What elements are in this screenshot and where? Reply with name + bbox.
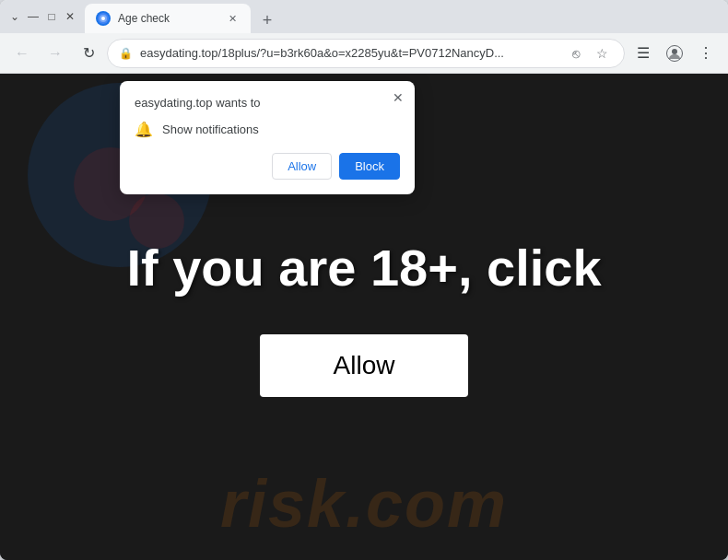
profile-button[interactable] xyxy=(660,39,689,68)
maximize-button[interactable]: □ xyxy=(44,9,59,24)
tab-favicon xyxy=(96,11,111,26)
active-tab[interactable]: Age check ✕ xyxy=(85,4,251,33)
popup-block-button[interactable]: Block xyxy=(339,153,400,180)
popup-allow-button[interactable]: Allow xyxy=(272,153,332,180)
menu-button[interactable]: ⋮ xyxy=(691,39,721,68)
new-tab-button[interactable]: + xyxy=(254,7,280,33)
watermark-text: risk.com xyxy=(220,466,508,542)
tabs-bar: Age check ✕ + xyxy=(85,0,721,33)
notification-popup: ✕ easydating.top wants to 🔔 Show notific… xyxy=(120,81,415,194)
title-bar: ⌄ — □ ✕ Age check ✕ + xyxy=(0,0,728,33)
refresh-button[interactable]: ↻ xyxy=(74,39,103,68)
forward-button[interactable]: → xyxy=(41,39,70,68)
popup-permission-row: 🔔 Show notifications xyxy=(135,121,400,138)
address-text: easydating.top/18plus/?u=b3rk60a&o=x2285… xyxy=(140,46,558,60)
content-area: If you are 18+, click Allow risk.com ✕ e… xyxy=(0,74,728,560)
bell-icon: 🔔 xyxy=(135,121,153,138)
popup-buttons: Allow Block xyxy=(135,153,400,180)
allow-big-button[interactable]: Allow xyxy=(260,334,469,397)
share-icon[interactable]: ⎋ xyxy=(565,42,587,64)
bookmark-icon[interactable]: ☆ xyxy=(591,42,613,64)
popup-close-button[interactable]: ✕ xyxy=(389,88,407,107)
reader-mode-button[interactable]: ☰ xyxy=(628,39,658,68)
browser-actions: ☰ ⋮ xyxy=(628,39,721,68)
age-check-text: If you are 18+, click xyxy=(126,238,601,298)
permission-text: Show notifications xyxy=(162,122,259,136)
svg-point-2 xyxy=(672,49,677,54)
lock-icon: 🔒 xyxy=(119,47,133,60)
close-button[interactable]: ✕ xyxy=(63,9,77,24)
tab-close-icon[interactable]: ✕ xyxy=(225,11,240,26)
address-bar[interactable]: 🔒 easydating.top/18plus/?u=b3rk60a&o=x22… xyxy=(107,39,625,68)
window-controls: ⌄ — □ ✕ xyxy=(7,9,77,24)
toolbar: ← → ↻ 🔒 easydating.top/18plus/?u=b3rk60a… xyxy=(0,33,728,74)
address-actions: ⎋ ☆ xyxy=(565,42,613,64)
minimize-button[interactable]: — xyxy=(26,9,41,24)
browser-window: ⌄ — □ ✕ Age check ✕ + ← → ↻ xyxy=(0,0,728,560)
popup-header-text: easydating.top wants to xyxy=(135,96,400,110)
chevron-down-icon[interactable]: ⌄ xyxy=(7,9,22,24)
tab-title: Age check xyxy=(118,12,217,25)
back-button[interactable]: ← xyxy=(7,39,37,68)
